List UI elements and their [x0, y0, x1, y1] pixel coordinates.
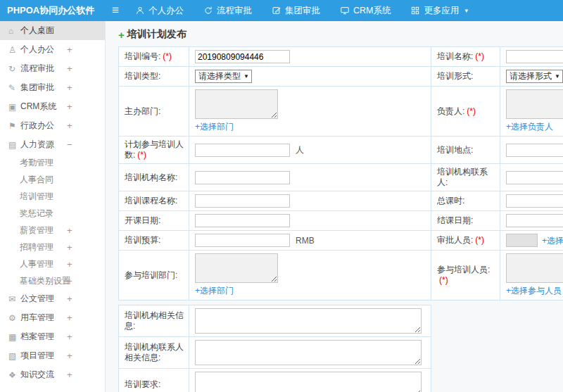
- expand-icon[interactable]: +: [67, 97, 72, 116]
- expand-icon[interactable]: +: [67, 40, 72, 59]
- sidebar-subitem-label: 考勤管理: [20, 157, 53, 169]
- sidebar-item[interactable]: ♙个人办公+: [0, 40, 105, 59]
- sidebar-item[interactable]: ↻流程审批+: [0, 59, 105, 78]
- expand-icon[interactable]: +: [67, 289, 72, 308]
- text-input[interactable]: [195, 171, 290, 184]
- sidebar-subitem[interactable]: 薪资管理+: [0, 222, 105, 239]
- sidebar-item[interactable]: ✎集团审批+: [0, 78, 105, 97]
- select-box[interactable]: 请选择类型▼: [195, 70, 252, 83]
- field-cell: 请选择形式▼: [500, 67, 563, 87]
- sidebar-subitem[interactable]: 招聘管理+: [0, 239, 105, 255]
- field-label: 培训机构名称:: [125, 172, 177, 182]
- text-input[interactable]: [506, 171, 563, 184]
- text-input[interactable]: [195, 234, 290, 247]
- expand-icon[interactable]: +: [67, 365, 72, 384]
- sidebar-subitem[interactable]: 基础类别设置+: [0, 272, 105, 289]
- picker-link[interactable]: +选择负责人: [506, 121, 553, 133]
- chevron-down-icon: ▾: [464, 7, 468, 14]
- nav-crm-system[interactable]: CRM系统: [330, 0, 400, 21]
- required-mark: (*): [475, 51, 484, 61]
- text-input[interactable]: [506, 50, 563, 63]
- field-cell: [500, 211, 563, 231]
- field-cell: [500, 164, 563, 191]
- textarea-field[interactable]: [195, 340, 422, 365]
- picker-link[interactable]: +选择审批人员: [542, 235, 563, 247]
- hamburger-menu-icon[interactable]: ≡: [106, 0, 125, 21]
- sidebar-subitem[interactable]: 人事管理+: [0, 255, 105, 272]
- nav-label: 集团审批: [285, 5, 320, 17]
- sidebar-subitem[interactable]: 培训管理: [0, 188, 105, 205]
- sidebar-subitem[interactable]: 人事合同: [0, 171, 105, 188]
- textarea-field[interactable]: [195, 253, 278, 283]
- textarea-field[interactable]: [195, 372, 422, 392]
- sidebar-item[interactable]: ⌂个人桌面: [0, 21, 105, 40]
- expand-icon[interactable]: +: [67, 255, 72, 272]
- expand-icon[interactable]: +: [67, 327, 72, 346]
- training-form-table: 培训编号:(*)培训名称:(*)培训类型:请选择类型▼培训形式:请选择形式▼主办…: [118, 46, 563, 301]
- sidebar-item[interactable]: ▧项目管理+: [0, 346, 105, 365]
- top-nav: 个人办公 流程审批 集团审批 CRM系统: [125, 0, 478, 21]
- nav-personal-office[interactable]: 个人办公: [125, 0, 194, 21]
- text-input[interactable]: [506, 214, 563, 227]
- text-input[interactable]: [195, 50, 290, 63]
- text-input[interactable]: [506, 194, 563, 208]
- field-label: 结课日期:: [437, 215, 473, 225]
- text-input[interactable]: [195, 214, 290, 227]
- field-label: 审批人员:: [437, 235, 473, 245]
- expand-icon[interactable]: +: [67, 78, 72, 97]
- sidebar-item[interactable]: ▦档案管理+: [0, 327, 105, 346]
- textarea-field[interactable]: [195, 89, 278, 119]
- textarea-field[interactable]: [506, 253, 563, 283]
- text-input[interactable]: [506, 144, 563, 157]
- sidebar-item[interactable]: ✉公文管理+: [0, 289, 105, 308]
- nav-process-approval[interactable]: 流程审批: [194, 0, 262, 21]
- form-row: 计划参与培训人数:(*)人培训地点:: [119, 137, 563, 164]
- sidebar-subitem[interactable]: 奖惩记录: [0, 205, 105, 222]
- label-cell: 审批人员:(*): [431, 231, 500, 251]
- sidebar-item-label: 流程审批: [20, 63, 54, 75]
- expand-icon[interactable]: +: [67, 222, 72, 239]
- unit-suffix: 人: [296, 145, 304, 155]
- knowledge-icon: ❖: [8, 370, 20, 380]
- nav-more-apps[interactable]: 更多应用 ▾: [400, 0, 478, 21]
- required-mark: (*): [439, 275, 448, 285]
- expand-icon[interactable]: +: [67, 272, 72, 289]
- sidebar-item-label: 个人办公: [20, 44, 54, 56]
- field-label: 培训机构联系人相关信息:: [125, 342, 184, 362]
- expand-icon[interactable]: +: [67, 239, 72, 255]
- nav-label: 个人办公: [148, 5, 184, 17]
- nav-group-approval[interactable]: 集团审批: [262, 0, 330, 21]
- field-label: 培训形式:: [437, 71, 473, 81]
- sidebar-subitem[interactable]: 考勤管理: [0, 154, 105, 171]
- nav-label: CRM系统: [353, 5, 391, 17]
- collapse-icon[interactable]: −: [67, 135, 72, 154]
- field-cell: +选择部门: [189, 251, 431, 301]
- field-label: 培训课程名称:: [125, 196, 177, 206]
- sidebar-item[interactable]: ⚙用车管理+: [0, 308, 105, 327]
- textarea-field[interactable]: [506, 89, 563, 119]
- picker-link[interactable]: +选择部门: [195, 285, 234, 297]
- expand-icon[interactable]: +: [67, 59, 72, 78]
- picker-link[interactable]: +选择部门: [195, 121, 234, 133]
- textarea-field[interactable]: [195, 308, 422, 334]
- text-input[interactable]: [506, 234, 538, 247]
- text-input[interactable]: [195, 194, 290, 208]
- expand-icon[interactable]: +: [67, 346, 72, 365]
- label-cell: 负责人:(*): [431, 87, 500, 137]
- sidebar-item-label: 人力资源: [20, 139, 54, 151]
- text-input[interactable]: [195, 144, 290, 157]
- sidebar-item[interactable]: ▣CRM系统+: [0, 97, 105, 116]
- field-label: 计划参与培训人数:: [125, 139, 184, 160]
- expand-icon[interactable]: +: [67, 308, 72, 327]
- expand-icon[interactable]: +: [67, 116, 72, 135]
- sidebar: ⌂个人桌面♙个人办公+↻流程审批+✎集团审批+▣CRM系统+⚑行政办公+▤人力资…: [0, 21, 106, 392]
- sidebar-item[interactable]: ⚑行政办公+: [0, 116, 105, 135]
- sidebar-subitem-label: 基础类别设置: [20, 275, 70, 287]
- field-label: 参与培训部门:: [125, 270, 177, 280]
- sidebar-item[interactable]: ▤人力资源−: [0, 135, 105, 154]
- add-icon: +: [118, 30, 125, 40]
- select-box[interactable]: 请选择形式▼: [506, 70, 563, 83]
- picker-link[interactable]: +选择参与人员: [506, 285, 562, 297]
- sidebar-item-label: 行政办公: [20, 120, 54, 132]
- sidebar-item[interactable]: ❖知识交流+: [0, 365, 105, 384]
